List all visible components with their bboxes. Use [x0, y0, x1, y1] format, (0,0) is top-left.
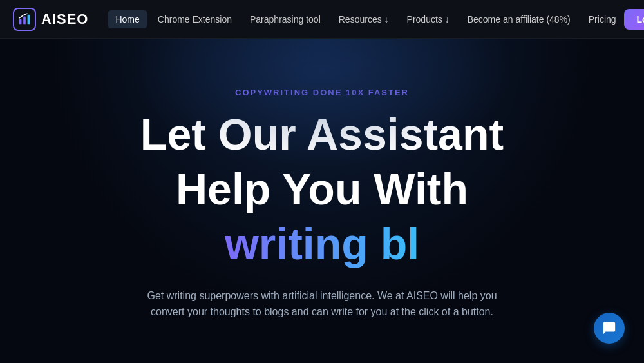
nav-item-products[interactable]: Products ↓ — [399, 10, 457, 28]
chat-icon — [602, 321, 616, 335]
svg-rect-1 — [23, 16, 26, 24]
svg-rect-2 — [28, 14, 30, 24]
nav-item-become-affiliate[interactable]: Become an affiliate (48%) — [460, 10, 578, 28]
svg-rect-0 — [19, 19, 22, 24]
logo-svg — [17, 12, 32, 26]
nav-right: Login — [624, 9, 644, 30]
hero-subtitle: COPYWRITING DONE 10X FASTER — [235, 88, 409, 97]
chat-bubble-button[interactable] — [594, 313, 625, 344]
nav-item-resources[interactable]: Resources ↓ — [331, 10, 397, 28]
brand-name: AISEO — [41, 11, 88, 28]
hero-animated-text: writing bl — [225, 219, 419, 268]
hero-headline-line1: Let Our Assistant — [140, 110, 504, 159]
nav-links: Home Chrome Extension Paraphrasing tool … — [108, 10, 623, 28]
logo-area: AISEO — [13, 8, 88, 31]
nav-item-pricing[interactable]: Pricing — [581, 10, 624, 28]
navbar: AISEO Home Chrome Extension Paraphrasing… — [0, 0, 644, 39]
login-button[interactable]: Login — [624, 9, 644, 30]
logo-icon — [13, 8, 36, 31]
nav-item-home[interactable]: Home — [108, 10, 147, 28]
hero-headline-line2: Help You With — [176, 165, 468, 213]
hero-description: Get writing superpowers with artificial … — [135, 288, 509, 320]
hero-section: COPYWRITING DONE 10X FASTER Let Our Assi… — [0, 39, 644, 363]
nav-item-paraphrasing-tool[interactable]: Paraphrasing tool — [242, 10, 328, 28]
nav-item-chrome-extension[interactable]: Chrome Extension — [150, 10, 240, 28]
hero-animated-line: writing bl — [225, 220, 419, 268]
